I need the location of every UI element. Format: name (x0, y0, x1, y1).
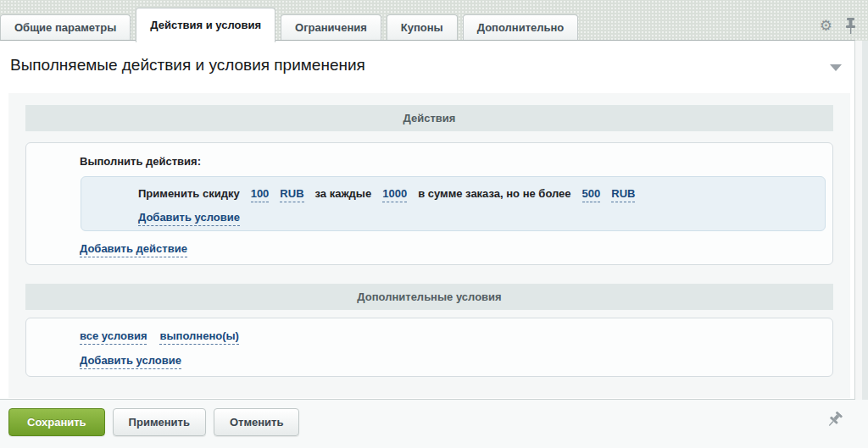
save-button[interactable]: Сохранить (8, 408, 105, 436)
apply-button[interactable]: Применить (113, 408, 206, 436)
tab-additional[interactable]: Дополнительно (463, 14, 579, 40)
step-amount-link[interactable]: 1000 (382, 187, 407, 202)
tab-bar: Общие параметры Действия и условия Огран… (0, 0, 868, 40)
order-sum-limit-text: в сумме заказа, но не более (418, 187, 570, 200)
discount-currency-link[interactable]: RUB (280, 187, 303, 202)
footer-button-bar: Сохранить Применить Отменить (0, 400, 868, 448)
tab-general-parameters[interactable]: Общие параметры (0, 14, 131, 40)
max-currency-link[interactable]: RUB (611, 187, 635, 202)
add-condition-link-outer[interactable]: Добавить условие (80, 354, 181, 369)
conditions-rule-text: все условия выполнено(ы) (80, 329, 239, 345)
discount-amount-link[interactable]: 100 (251, 187, 270, 202)
execute-actions-label: Выполнить действия: (80, 155, 201, 168)
right-scroll-gutter[interactable] (862, 41, 868, 400)
conditions-box: все условия выполнено(ы) Добавить услови… (25, 318, 833, 377)
per-each-text: за каждые (315, 187, 372, 200)
toolbar-icons: ⚙ (820, 18, 856, 34)
add-condition-link-inner[interactable]: Добавить условие (138, 211, 240, 226)
max-amount-link[interactable]: 500 (582, 187, 601, 202)
page-title: Выполняемые действия и условия применени… (10, 56, 365, 75)
discount-action-row: Применить скидку 100 RUB за каждые 1000 … (81, 176, 826, 231)
actions-conditions-panel: Действия Выполнить действия: Применить с… (8, 93, 850, 398)
tab-coupons[interactable]: Купоны (387, 14, 458, 40)
pin-icon[interactable] (845, 18, 856, 34)
discount-rule-text: Применить скидку 100 RUB за каждые 1000 … (138, 187, 635, 202)
gear-icon[interactable]: ⚙ (820, 19, 832, 33)
cancel-button[interactable]: Отменить (214, 408, 300, 436)
chevron-down-icon[interactable] (830, 64, 842, 71)
actions-section-header: Действия (25, 105, 833, 131)
footer-buttons: Сохранить Применить Отменить (8, 408, 299, 436)
fulfilled-link[interactable]: выполнено(ы) (159, 329, 238, 345)
right-gutter (855, 41, 862, 400)
tab-actions-and-conditions[interactable]: Действия и условия (136, 8, 275, 42)
discount-edit-page: Общие параметры Действия и условия Огран… (0, 0, 868, 448)
pin-icon[interactable] (825, 410, 843, 429)
actions-box: Выполнить действия: Применить скидку 100… (25, 142, 833, 265)
all-conditions-link[interactable]: все условия (80, 329, 147, 345)
apply-discount-text: Применить скидку (138, 187, 240, 200)
add-action-link[interactable]: Добавить действие (80, 242, 187, 257)
tab-restrictions[interactable]: Ограничения (281, 14, 381, 40)
additional-conditions-header: Дополнительные условия (25, 284, 833, 310)
